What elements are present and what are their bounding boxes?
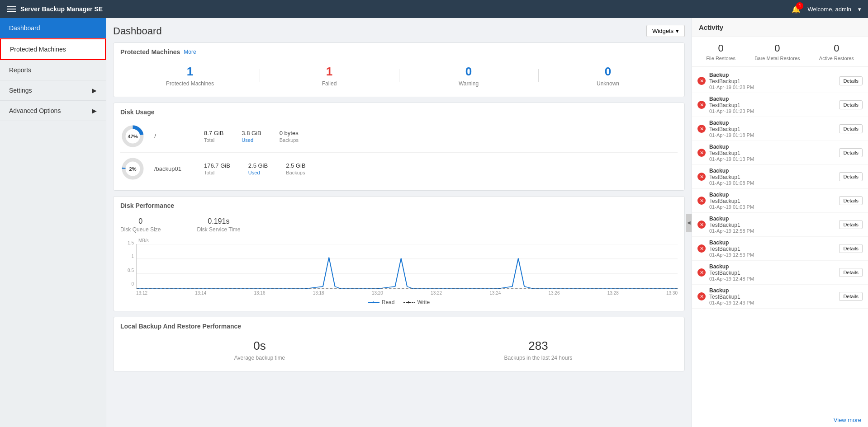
activity-info: Backup TestBackup1 01-Apr-19 01:23 PM	[709, 96, 835, 114]
activity-list: ✕ Backup TestBackup1 01-Apr-19 01:28 PM …	[692, 67, 868, 413]
sidebar-item-reports[interactable]: Reports	[0, 60, 106, 80]
details-button[interactable]: Details	[839, 244, 863, 253]
disk-backup01-metrics: 176.7 GiB Total 2.5 GiB Used 2.5 GiB Bac…	[204, 162, 678, 175]
performance-chart	[136, 244, 678, 289]
pm-stat-failed: 1 Failed	[260, 65, 399, 87]
pm-stat-unknown: 0 Unknown	[538, 65, 678, 87]
activity-error-icon: ✕	[697, 197, 706, 205]
activity-info: Backup TestBackup1 01-Apr-19 12:53 PM	[709, 239, 835, 258]
disk-service-label: Disk Service Time	[197, 226, 240, 233]
y-label-1: 1	[131, 254, 134, 259]
activity-summary: 0 File Restores 0 Bare Metal Restores 0 …	[692, 37, 868, 67]
activity-machine: TestBackup1	[709, 270, 835, 276]
details-button[interactable]: Details	[839, 172, 863, 181]
disk-usage-title: Disk Usage	[120, 108, 678, 116]
file-restores-summary: 0 File Restores	[706, 42, 735, 61]
sidebar-item-dashboard[interactable]: Dashboard	[0, 18, 106, 38]
legend-read-label: Read	[382, 299, 395, 305]
disk-backup01-name: /backup01	[154, 165, 195, 172]
activity-time: 01-Apr-19 01:08 PM	[709, 180, 835, 186]
local-backup-title: Local Backup And Restore Performance	[120, 323, 678, 330]
disk-root-used: 3.8 GiB Used	[242, 130, 261, 143]
details-button[interactable]: Details	[839, 268, 863, 277]
disk-performance-section: Disk Performance 0 Disk Queue Size 0.191…	[113, 196, 685, 311]
activity-error-icon: ✕	[697, 268, 706, 277]
x-label-13-30: 13:30	[666, 291, 678, 296]
activity-info: Backup TestBackup1 01-Apr-19 01:08 PM	[709, 168, 835, 186]
active-restores-value: 0	[819, 42, 854, 54]
y-label-0.5: 0.5	[128, 268, 134, 273]
activity-item: ✕ Backup TestBackup1 01-Apr-19 01:03 PM …	[692, 189, 868, 213]
disk-usage-section: Disk Usage 47% / 8.7 GiB	[113, 103, 685, 191]
x-label-13-18: 13:18	[313, 291, 324, 296]
activity-time: 01-Apr-19 01:28 PM	[709, 84, 835, 90]
disk-row-backup01: 2% /backup01 176.7 GiB Total 2.5 GiB Use…	[120, 152, 678, 185]
activity-error-icon: ✕	[697, 244, 706, 253]
legend-read: Read	[368, 299, 395, 305]
pm-warning-label: Warning	[399, 80, 538, 87]
pm-protected-label: Protected Machines	[120, 80, 260, 87]
sidebar-item-settings[interactable]: Settings ▶	[0, 80, 106, 101]
activity-machine: TestBackup1	[709, 198, 835, 204]
active-restores-label: Active Restores	[819, 56, 854, 61]
activity-type: Backup	[709, 263, 835, 270]
activity-machine: TestBackup1	[709, 174, 835, 180]
topbar: Server Backup Manager SE 🔔 1 Welcome, ad…	[0, 0, 868, 18]
pm-unknown-label: Unknown	[538, 80, 678, 87]
details-button[interactable]: Details	[839, 100, 863, 109]
svg-marker-11	[408, 301, 410, 304]
activity-error-icon: ✕	[697, 221, 706, 229]
activity-type: Backup	[709, 239, 835, 246]
activity-time: 01-Apr-19 12:53 PM	[709, 252, 835, 258]
dashboard-content: Dashboard Widgets ▾ Protected Machines M…	[106, 18, 692, 427]
activity-machine: TestBackup1	[709, 102, 835, 108]
details-button[interactable]: Details	[839, 124, 863, 133]
activity-time: 01-Apr-19 01:18 PM	[709, 132, 835, 138]
x-label-13-14: 13:14	[195, 291, 206, 296]
pm-protected-value: 1	[120, 65, 260, 79]
sidebar-protected-machines-label: Protected Machines	[10, 46, 66, 53]
protected-machines-more-link[interactable]: More	[184, 49, 196, 55]
activity-error-icon: ✕	[697, 173, 706, 181]
widgets-button[interactable]: Widgets ▾	[646, 25, 685, 37]
activity-error-icon: ✕	[697, 77, 706, 85]
sidebar-collapse-arrow[interactable]: ◀	[686, 214, 692, 232]
activity-info: Backup TestBackup1 01-Apr-19 12:58 PM	[709, 216, 835, 234]
x-label-13-12: 13:12	[136, 291, 147, 296]
user-dropdown-icon[interactable]: ▾	[858, 6, 861, 13]
sidebar-reports-label: Reports	[9, 66, 31, 74]
details-button[interactable]: Details	[839, 148, 863, 157]
activity-type: Backup	[709, 72, 835, 78]
activity-item: ✕ Backup TestBackup1 01-Apr-19 01:28 PM …	[692, 69, 868, 93]
x-label-13-20: 13:20	[372, 291, 383, 296]
backup-stats: 0s Average backup time 283 Backups in th…	[120, 334, 678, 366]
sidebar-item-protected-machines[interactable]: Protected Machines	[0, 38, 106, 60]
main-layout: Dashboard Protected Machines Reports Set…	[0, 18, 868, 427]
notification-bell[interactable]: 🔔 1	[792, 5, 801, 14]
dashboard-header: Dashboard Widgets ▾	[113, 25, 685, 37]
pm-failed-value: 1	[260, 65, 399, 79]
disk-root-total: 8.7 GiB Total	[204, 130, 223, 143]
activity-info: Backup TestBackup1 01-Apr-19 12:48 PM	[709, 263, 835, 282]
details-button[interactable]: Details	[839, 76, 863, 85]
disk-queue-value: 0	[120, 217, 161, 225]
disk-backup01-used: 2.5 GiB Used	[248, 162, 268, 175]
activity-info: Backup TestBackup1 01-Apr-19 01:18 PM	[709, 120, 835, 138]
svg-marker-9	[373, 301, 375, 304]
activity-panel: Activity 0 File Restores 0 Bare Metal Re…	[692, 18, 868, 427]
menu-icon[interactable]	[7, 6, 16, 12]
sidebar-item-advanced-options[interactable]: Advanced Options ▶	[0, 101, 106, 121]
widgets-dropdown-icon: ▾	[676, 28, 679, 34]
avg-backup-value: 0s	[120, 339, 399, 353]
details-button[interactable]: Details	[839, 292, 863, 301]
view-more-link[interactable]: View more	[692, 413, 868, 427]
widgets-label: Widgets	[652, 28, 674, 34]
sidebar: Dashboard Protected Machines Reports Set…	[0, 18, 106, 427]
details-button[interactable]: Details	[839, 196, 863, 205]
avg-backup-stat: 0s Average backup time	[120, 339, 399, 361]
details-button[interactable]: Details	[839, 220, 863, 229]
activity-machine: TestBackup1	[709, 222, 835, 228]
donut-backup01-label: 2%	[129, 166, 137, 172]
write-line-icon	[403, 300, 415, 305]
legend-write-label: Write	[417, 299, 430, 305]
